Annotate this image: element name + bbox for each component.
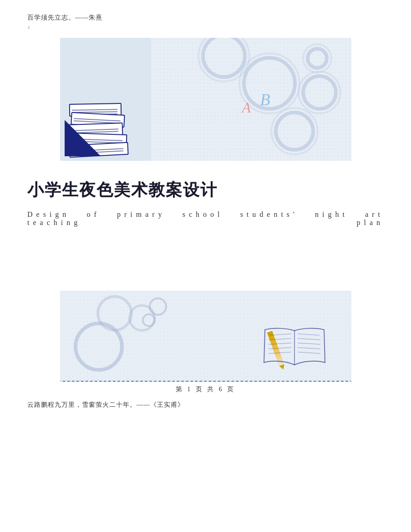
books-stack [65,56,137,156]
gear-b2 [96,295,133,332]
quote-bottom-text: 云路鹏程九万里，雪窗萤火二十年。——《王实甫》 [27,401,384,409]
banner-top: B A [60,38,351,161]
gear-bottom [274,111,315,152]
svg-line-8 [298,348,320,349]
svg-line-6 [298,338,320,340]
banner-left-books [60,38,151,161]
banner-right-gears: B A [151,38,351,161]
banner-bottom [60,291,351,382]
svg-line-0 [269,334,291,335]
subtitle-en: Design of primary school students' night… [27,210,384,227]
gear-tl [201,38,247,79]
gear-container: B A [151,38,351,161]
gear-medium [301,74,338,111]
gear-b5 [142,313,156,327]
open-book-icon [260,322,329,372]
quote-top-text: 百学须先立志。——朱熹 [27,14,384,22]
svg-line-3 [269,348,291,349]
svg-line-4 [269,352,291,353]
banner-bottom-inner [60,291,351,381]
svg-line-1 [269,338,291,340]
svg-line-5 [298,334,320,335]
spacer [27,236,384,291]
svg-line-9 [298,352,320,353]
gear-small [306,47,329,70]
gear-b4 [149,297,167,316]
quote-top-icon: ↓ [27,24,384,31]
svg-line-2 [269,343,291,344]
letter-a: A [242,99,251,116]
main-title: 小学生夜色美术教案设计 [27,179,384,201]
page-info: 第 1 页 共 6 页 [27,385,384,394]
svg-line-7 [298,343,320,344]
letter-b: B [260,90,270,109]
